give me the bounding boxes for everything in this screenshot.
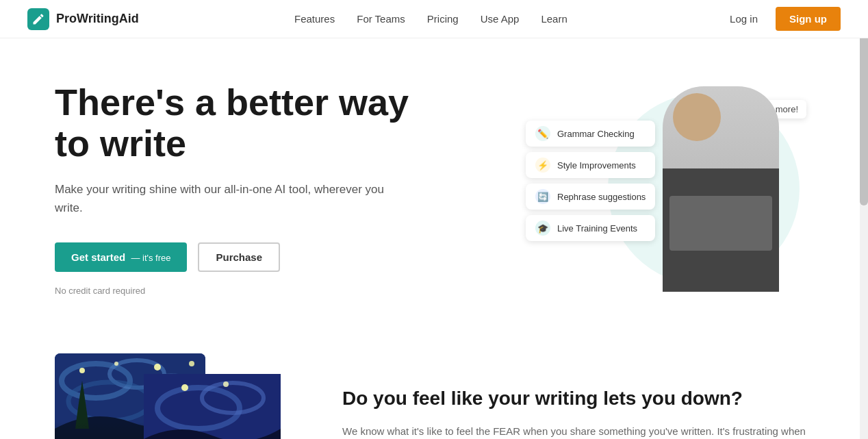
nav-links: Features For Teams Pricing Use App Learn (294, 13, 567, 25)
hero-title: There's a better way to write (55, 82, 411, 164)
get-started-sublabel: — it's free (131, 253, 170, 263)
hero-illustration: ...and more! ✦ ✏️ Grammar Checking ⚡ (526, 79, 813, 299)
nav-pricing[interactable]: Pricing (427, 13, 459, 25)
nav-for-teams[interactable]: For Teams (357, 13, 405, 25)
login-button[interactable]: Log in (723, 9, 765, 29)
grammar-label: Grammar Checking (557, 129, 635, 139)
hero-left: There's a better way to write Make your … (55, 82, 411, 295)
nav-use-app[interactable]: Use App (481, 13, 520, 25)
scrollbar[interactable] (860, 0, 868, 439)
purchase-button[interactable]: Purchase (198, 242, 280, 272)
feature-card-rephrase: 🔄 Rephrase suggestions (526, 184, 655, 210)
feature-card-grammar: ✏️ Grammar Checking (526, 121, 655, 147)
logo-icon (27, 8, 49, 30)
hero-buttons: Get started — it's free Purchase (55, 242, 411, 272)
nav-actions: Log in Sign up (723, 7, 841, 31)
painting-overlay (144, 374, 281, 439)
style-label: Style Improvements (557, 160, 636, 171)
grammar-icon: ✏️ (535, 126, 550, 141)
navbar: ProWritingAid Features For Teams Pricing… (0, 0, 868, 38)
painting-container: My idea in my head (55, 353, 288, 439)
section2-image: My idea in my head (55, 353, 301, 439)
feature-card-style: ⚡ Style Improvements (526, 152, 655, 178)
svg-point-7 (154, 364, 161, 371)
feature-cards: ✏️ Grammar Checking ⚡ Style Improvements… (526, 121, 655, 241)
get-started-button[interactable]: Get started — it's free (55, 242, 187, 272)
feature-card-training: 🎓 Live Training Events (526, 215, 655, 241)
svg-point-9 (189, 361, 194, 366)
svg-point-13 (181, 384, 188, 391)
get-started-label: Get started (71, 251, 125, 263)
section2-right: Do you feel like your writing lets you d… (342, 386, 813, 439)
rephrase-icon: 🔄 (535, 189, 550, 204)
training-label: Live Training Events (557, 223, 637, 234)
svg-point-14 (223, 381, 229, 387)
rephrase-label: Rephrase suggestions (557, 192, 646, 202)
brand-name: ProWritingAid (56, 12, 139, 26)
nav-features[interactable]: Features (294, 13, 335, 25)
nav-learn[interactable]: Learn (541, 13, 567, 25)
svg-point-6 (114, 362, 118, 366)
section2: My idea in my head Do you feel like your… (0, 326, 868, 439)
training-icon: 🎓 (535, 221, 550, 236)
hero-right: ...and more! ✦ ✏️ Grammar Checking ⚡ (526, 79, 813, 299)
svg-point-5 (79, 368, 85, 373)
hero-note: No credit card required (55, 286, 411, 296)
signup-button[interactable]: Sign up (776, 7, 841, 31)
hero-section: There's a better way to write Make your … (0, 38, 868, 326)
style-icon: ⚡ (535, 158, 550, 173)
section2-title: Do you feel like your writing lets you d… (342, 386, 813, 411)
hero-subtitle: Make your writing shine with our all-in-… (55, 180, 411, 217)
section2-text: We know what it's like to feel the FEAR … (342, 423, 813, 439)
hero-person-illustration (663, 86, 779, 292)
brand-logo[interactable]: ProWritingAid (27, 8, 139, 30)
